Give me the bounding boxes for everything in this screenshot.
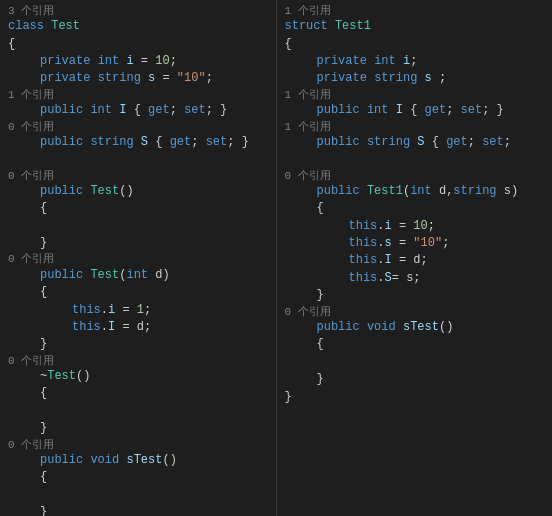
right-line-13: } — [285, 287, 545, 304]
right-panel: 1 个引用 struct Test1 { private int i; priv… — [277, 0, 553, 516]
left-line-14: } — [8, 336, 268, 353]
right-line-6: public string S { get; set; — [285, 134, 545, 151]
right-empty-1 — [285, 151, 545, 168]
right-line-9: this.i = 10; — [285, 218, 545, 235]
left-line-18: public void sTest() — [8, 452, 268, 469]
left-panel: 3 个引用 class Test { private int i = 10; p… — [0, 0, 277, 516]
left-empty-3 — [8, 403, 268, 420]
left-line-3: private int i = 10; — [8, 53, 268, 70]
left-line-5: public int I { get; set; } — [8, 102, 268, 119]
right-line-5: public int I { get; set; } — [285, 102, 545, 119]
left-class-refcount: 3 个引用 — [8, 4, 268, 18]
right-I-refcount: 1 个引用 — [285, 88, 545, 102]
left-line-19: { — [8, 469, 268, 486]
left-stest-refcount: 0 个引用 — [8, 438, 268, 452]
editor-container: 3 个引用 class Test { private int i = 10; p… — [0, 0, 552, 516]
left-line-6: public string S { get; set; } — [8, 134, 268, 151]
right-line-14: public void sTest() — [285, 319, 545, 336]
right-line-3: private int i; — [285, 53, 545, 70]
left-line-13: this.I = d; — [8, 319, 268, 336]
right-line-4: private string s ; — [285, 70, 545, 87]
left-line-10: public Test(int d) — [8, 267, 268, 284]
left-line-9: } — [8, 235, 268, 252]
left-line-16: { — [8, 385, 268, 402]
left-line-12: this.i = 1; — [8, 302, 268, 319]
right-line-7: public Test1(int d,string s) — [285, 183, 545, 200]
right-line-15: { — [285, 336, 545, 353]
right-line-8: { — [285, 200, 545, 217]
left-S-refcount: 0 个引用 — [8, 120, 268, 134]
left-line-1: class Test — [8, 18, 268, 35]
left-ctor2-refcount: 0 个引用 — [8, 252, 268, 266]
left-line-15: ~Test() — [8, 368, 268, 385]
left-line-4: private string s = "10"; — [8, 70, 268, 87]
right-struct-refcount: 1 个引用 — [285, 4, 545, 18]
right-line-2: { — [285, 36, 545, 53]
left-dtor-refcount: 0 个引用 — [8, 354, 268, 368]
right-ctor-refcount: 0 个引用 — [285, 169, 545, 183]
left-empty-1 — [8, 151, 268, 168]
right-line-11: this.I = d; — [285, 252, 545, 269]
left-line-17: } — [8, 420, 268, 437]
right-line-16: } — [285, 371, 545, 388]
left-line-11: { — [8, 284, 268, 301]
right-line-12: this.S= s; — [285, 270, 545, 287]
right-S-refcount: 1 个引用 — [285, 120, 545, 134]
left-line-2: { — [8, 36, 268, 53]
right-line-1: struct Test1 — [285, 18, 545, 35]
right-empty-2 — [285, 354, 545, 371]
left-line-8: { — [8, 200, 268, 217]
left-line-20: } — [8, 504, 268, 516]
right-line-17: } — [285, 389, 545, 406]
left-empty-4 — [8, 487, 268, 504]
right-line-10: this.s = "10"; — [285, 235, 545, 252]
left-I-refcount: 1 个引用 — [8, 88, 268, 102]
right-stest-refcount: 0 个引用 — [285, 305, 545, 319]
left-line-7: public Test() — [8, 183, 268, 200]
left-empty-2 — [8, 218, 268, 235]
left-ctor-refcount: 0 个引用 — [8, 169, 268, 183]
